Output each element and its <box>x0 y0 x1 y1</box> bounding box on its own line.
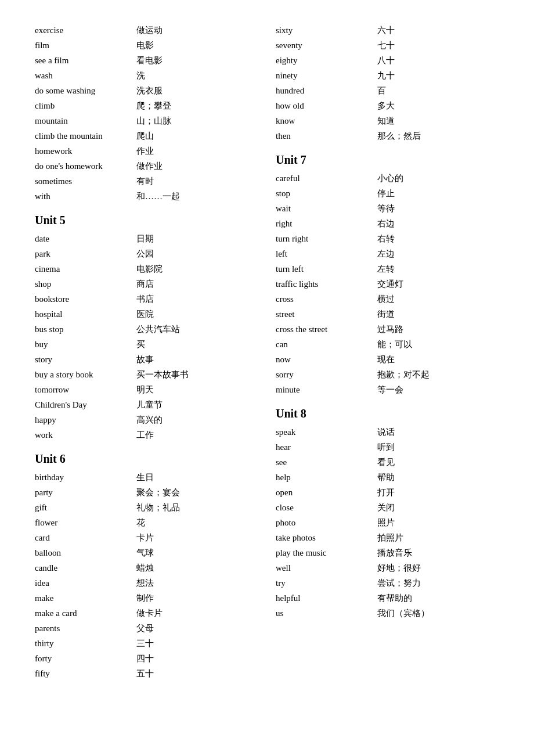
vocab-item: take photos拍照片 <box>276 531 499 545</box>
vocab-english: us <box>276 606 377 620</box>
vocab-chinese: 洗衣服 <box>136 84 163 98</box>
vocab-item: card卡片 <box>35 531 258 545</box>
vocab-english: close <box>276 501 377 514</box>
vocab-item: turn left左转 <box>276 262 499 276</box>
vocab-item: work工作 <box>35 428 258 442</box>
vocab-chinese: 现在 <box>377 352 395 366</box>
vocab-english: see <box>276 455 377 469</box>
vocab-english: wash <box>35 69 136 82</box>
vocab-chinese: 做运动 <box>136 23 163 37</box>
vocab-item: right右边 <box>276 217 499 231</box>
vocab-item: wash洗 <box>35 69 258 82</box>
vocab-item: idea想法 <box>35 576 258 590</box>
vocab-chinese: 日期 <box>136 232 154 246</box>
vocab-item: homework作业 <box>35 144 258 158</box>
vocab-item: exercise做运动 <box>35 23 258 37</box>
vocab-item: cinema电影院 <box>35 262 258 276</box>
vocab-chinese: 交通灯 <box>377 277 403 291</box>
vocab-item: turn right右转 <box>276 232 499 246</box>
vocab-item: with和……一起 <box>35 189 258 203</box>
vocab-chinese: 四十 <box>136 651 154 665</box>
vocab-item: traffic lights交通灯 <box>276 277 499 291</box>
vocab-list-0-2: birthday生日party聚会；宴会gift礼物；礼品flower花card… <box>35 470 258 681</box>
vocab-chinese: 多大 <box>377 99 395 113</box>
vocab-chinese: 七十 <box>377 38 395 52</box>
vocab-item: story故事 <box>35 352 258 366</box>
vocab-english: left <box>276 247 377 261</box>
vocab-english: make a card <box>35 606 136 620</box>
vocab-chinese: 看见 <box>377 455 395 469</box>
vocab-chinese: 生日 <box>136 470 154 484</box>
vocab-english: eighty <box>276 53 377 67</box>
vocab-item: hundred百 <box>276 84 499 98</box>
vocab-item: tomorrow明天 <box>35 383 258 397</box>
vocab-chinese: 播放音乐 <box>377 546 412 560</box>
vocab-english: card <box>35 531 136 545</box>
vocab-english: speak <box>276 425 377 439</box>
vocab-chinese: 作业 <box>136 144 154 158</box>
vocab-english: idea <box>35 576 136 590</box>
vocab-chinese: 能；可以 <box>377 337 412 351</box>
vocab-chinese: 左边 <box>377 247 395 261</box>
vocab-english: can <box>276 337 377 351</box>
vocab-item: play the music播放音乐 <box>276 546 499 560</box>
vocab-english: make <box>35 591 136 605</box>
vocab-chinese: 八十 <box>377 53 395 67</box>
vocab-english: traffic lights <box>276 277 377 291</box>
vocab-english: forty <box>35 651 136 665</box>
vocab-chinese: 和……一起 <box>136 189 180 203</box>
vocab-chinese: 五十 <box>136 667 154 681</box>
vocab-item: buy a story book买一本故事书 <box>35 368 258 381</box>
unit-title-unit8: Unit 8 <box>276 407 499 420</box>
vocab-chinese: 左转 <box>377 262 395 276</box>
vocab-chinese: 关闭 <box>377 501 395 514</box>
vocab-item: shop商店 <box>35 277 258 291</box>
vocab-item: know知道 <box>276 114 499 128</box>
vocab-english: see a film <box>35 53 136 67</box>
vocab-english: minute <box>276 383 377 397</box>
unit-title-unit6: Unit 6 <box>35 452 258 466</box>
vocab-english: help <box>276 470 377 484</box>
vocab-item: park公园 <box>35 247 258 261</box>
vocab-chinese: 横过 <box>377 292 395 306</box>
vocab-english: do one's homework <box>35 159 136 173</box>
vocab-item: cross the street过马路 <box>276 322 499 336</box>
vocab-chinese: 帮助 <box>377 470 395 484</box>
vocab-english: open <box>276 485 377 499</box>
vocab-english: work <box>35 428 136 442</box>
vocab-chinese: 等待 <box>377 201 395 215</box>
vocab-list-1-2: speak说话hear听到see看见help帮助open打开close关闭pho… <box>276 425 499 620</box>
vocab-item: bookstore书店 <box>35 292 258 306</box>
vocab-chinese: 照片 <box>377 516 395 530</box>
vocab-item: date日期 <box>35 232 258 246</box>
vocab-item: hear听到 <box>276 440 499 454</box>
vocab-item: wait等待 <box>276 201 499 215</box>
vocab-chinese: 父母 <box>136 621 154 635</box>
vocab-item: thirty三十 <box>35 636 258 650</box>
vocab-item: climb the mountain爬山 <box>35 129 258 143</box>
vocab-item: sometimes有时 <box>35 174 258 188</box>
vocab-item: see看见 <box>276 455 499 469</box>
vocab-chinese: 尝试；努力 <box>377 576 421 590</box>
vocab-chinese: 我们（宾格） <box>377 606 430 620</box>
vocab-english: with <box>35 189 136 203</box>
vocab-item: seventy七十 <box>276 38 499 52</box>
vocab-english: climb <box>35 99 136 113</box>
vocab-chinese: 有时 <box>136 174 154 188</box>
vocab-english: seventy <box>276 38 377 52</box>
vocab-english: tomorrow <box>35 383 136 397</box>
column-1: exercise做运动film电影see a film看电影wash洗do so… <box>35 23 276 682</box>
vocab-chinese: 打开 <box>377 485 395 499</box>
vocab-english: hundred <box>276 84 377 98</box>
vocab-chinese: 公共汽车站 <box>136 322 180 336</box>
vocab-english: exercise <box>35 23 136 37</box>
vocab-item: stop停止 <box>276 186 499 200</box>
vocab-english: now <box>276 352 377 366</box>
vocab-item: how old多大 <box>276 99 499 113</box>
vocab-item: candle蜡烛 <box>35 561 258 575</box>
vocab-english: photo <box>276 516 377 530</box>
vocab-english: play the music <box>276 546 377 560</box>
vocab-item: forty四十 <box>35 651 258 665</box>
vocab-english: wait <box>276 201 377 215</box>
vocab-chinese: 卡片 <box>136 531 154 545</box>
